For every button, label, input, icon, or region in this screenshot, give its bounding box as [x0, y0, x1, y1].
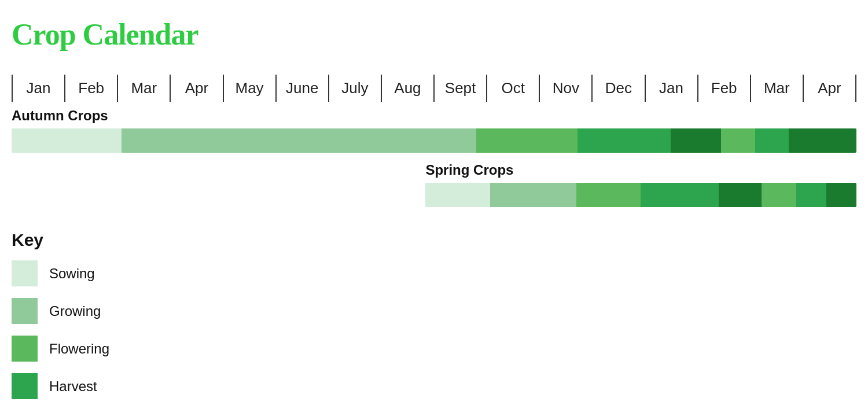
- spring-section: Spring Crops: [12, 162, 856, 207]
- key-title: Key: [12, 230, 856, 250]
- key-label-growing: Growing: [49, 303, 101, 319]
- autumn-bar-container: [12, 128, 856, 153]
- key-items-container: SowingGrowingFloweringHarvestShipping st…: [12, 260, 856, 405]
- key-swatch-growing: [12, 298, 38, 324]
- spring-crops-label: Spring Crops: [425, 162, 513, 178]
- month-cell-11: Dec: [593, 75, 645, 102]
- key-label-sowing: Sowing: [49, 266, 95, 282]
- key-label-flowering: Flowering: [49, 341, 109, 357]
- month-cell-2: Mar: [118, 75, 171, 102]
- key-item-harvest: Harvest: [12, 373, 856, 399]
- key-label-harvest: Harvest: [49, 378, 97, 395]
- month-cell-13: Feb: [698, 75, 751, 102]
- month-cell-3: Apr: [171, 75, 223, 102]
- spring-bar: [425, 183, 856, 207]
- autumn-crops-label: Autumn Crops: [12, 108, 108, 123]
- months-row: JanFebMarAprMayJuneJulyAugSeptOctNovDecJ…: [12, 75, 856, 102]
- month-cell-5: June: [277, 75, 329, 102]
- key-swatch-harvest: [12, 373, 38, 399]
- key-item-growing: Growing: [12, 298, 856, 324]
- month-cell-0: Jan: [13, 75, 65, 102]
- key-item-flowering: Flowering: [12, 336, 856, 362]
- autumn-bar: [12, 128, 856, 153]
- page-title: Crop Calendar: [12, 17, 856, 51]
- spring-bar-spacer: [12, 183, 425, 207]
- spring-label-row: Spring Crops: [12, 162, 856, 178]
- month-cell-14: Mar: [751, 75, 804, 102]
- month-cell-7: Aug: [382, 75, 435, 102]
- key-item-sowing: Sowing: [12, 260, 856, 286]
- month-cell-1: Feb: [65, 75, 118, 102]
- key-swatch-sowing: [12, 260, 38, 286]
- month-cell-15: Apr: [804, 75, 856, 102]
- month-cell-4: May: [224, 75, 277, 102]
- month-cell-10: Nov: [540, 75, 593, 102]
- key-swatch-flowering: [12, 336, 38, 362]
- autumn-label-row: Autumn Crops: [12, 108, 856, 124]
- month-cell-6: July: [329, 75, 382, 102]
- spring-label-spacer: [12, 162, 425, 178]
- month-cell-12: Jan: [646, 75, 698, 102]
- month-cell-9: Oct: [487, 75, 540, 102]
- key-section: Key SowingGrowingFloweringHarvestShippin…: [12, 230, 856, 405]
- autumn-section: Autumn Crops: [12, 108, 856, 153]
- spring-bar-wrapper: [12, 183, 856, 207]
- calendar-container: JanFebMarAprMayJuneJulyAugSeptOctNovDecJ…: [12, 75, 856, 207]
- month-cell-8: Sept: [435, 75, 487, 102]
